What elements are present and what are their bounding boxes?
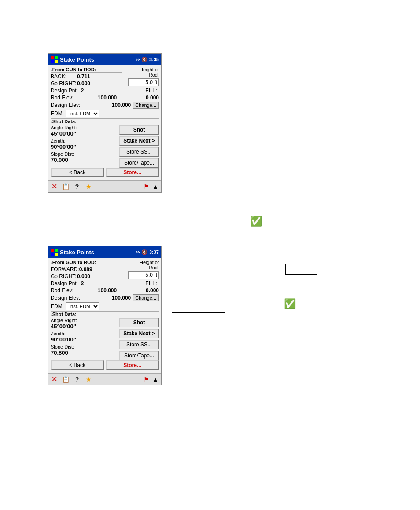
window1-edm-row: EDM: Inst. EDM bbox=[51, 110, 159, 117]
copy-icon-2[interactable]: 📋 bbox=[62, 375, 70, 383]
store-tape-button-2[interactable]: Store/Tape... bbox=[119, 351, 159, 360]
fill-section-2: FILL: bbox=[145, 280, 159, 286]
fill-label: FILL: bbox=[145, 88, 157, 94]
flag-icon-2[interactable]: ⚑ bbox=[142, 375, 150, 383]
rod-elev-value-2: 100.000 bbox=[98, 287, 117, 294]
forward-label: FORWARD: bbox=[51, 266, 79, 272]
design-elev-value: 100.000 bbox=[85, 102, 131, 108]
back-button-2[interactable]: < Back bbox=[51, 360, 104, 370]
arrow-up-icon-2[interactable]: ▲ bbox=[151, 375, 159, 383]
svg-rect-4 bbox=[51, 249, 54, 252]
design-pnt-value: 2 bbox=[81, 88, 84, 94]
annotation-box-1 bbox=[291, 183, 317, 193]
window1-rod-elev-row: Rod Elev: 100.000 0.000 bbox=[51, 95, 159, 101]
change-button-1[interactable]: Change... bbox=[133, 102, 159, 109]
top-underline-annotation bbox=[172, 48, 225, 48]
design-pnt-value-2: 2 bbox=[81, 280, 84, 286]
svg-rect-7 bbox=[55, 253, 58, 256]
design-elev-label: Design Elev: bbox=[51, 102, 84, 108]
angle-right-value-1: 45°00'00" bbox=[51, 130, 118, 137]
close-icon-1[interactable]: ✕ bbox=[50, 183, 58, 191]
flag-icon-1[interactable]: ⚑ bbox=[142, 183, 150, 191]
height-rod-label: Height ofRod: bbox=[124, 67, 159, 77]
stake-next-button-2[interactable]: Stake Next > bbox=[119, 329, 159, 338]
svg-rect-1 bbox=[55, 56, 58, 59]
window1-gun-rod-section: -From GUN to ROD: BACK: 0.711 Go RIGHT: … bbox=[51, 67, 159, 88]
zenith-value-1: 90°00'00" bbox=[51, 143, 118, 150]
window2-left-col: -From GUN to ROD: FORWARD: 0.089 Go RIGH… bbox=[51, 260, 122, 280]
window2-shot-data-inner: Angle Right: 45°00'00" Zenith: 90°00'00"… bbox=[51, 318, 159, 360]
from-gun-to-rod-label: -From GUN to ROD: bbox=[51, 67, 122, 73]
green-check-2: ✅ bbox=[284, 298, 296, 310]
height-rod-label-2: Height ofRod: bbox=[124, 260, 159, 270]
window1-design-elev-row: Design Elev: 100.000 Change... bbox=[51, 102, 159, 109]
close-icon-2[interactable]: ✕ bbox=[50, 375, 58, 383]
bottom-underline-annotation bbox=[172, 312, 225, 313]
window2-shot-data-left: Angle Right: 45°00'00" Zenith: 90°00'00"… bbox=[51, 318, 118, 360]
fill-section: FILL: bbox=[145, 88, 159, 94]
window1-right-col: Height ofRod: bbox=[124, 67, 159, 88]
arrows-icon: ⇔ bbox=[136, 57, 140, 62]
from-gun-to-rod-label-2: -From GUN to ROD: bbox=[51, 260, 122, 265]
back-label: BACK: bbox=[51, 73, 77, 80]
design-pnt-text: Design Pnt: bbox=[51, 88, 78, 94]
edm-select-1[interactable]: Inst. EDM bbox=[66, 110, 99, 117]
goright-label: Go RIGHT: bbox=[51, 81, 77, 87]
window2-design-pnt-row: Design Pnt: 2 FILL: bbox=[51, 280, 159, 286]
shot-button-2[interactable]: Shot bbox=[119, 318, 159, 327]
svg-rect-3 bbox=[55, 60, 58, 63]
svg-rect-0 bbox=[51, 56, 54, 59]
windows-logo-icon bbox=[51, 56, 58, 63]
window1-bottom-buttons: < Back Store... bbox=[51, 168, 159, 177]
design-pnt-label: Design Pnt: 2 bbox=[51, 88, 84, 94]
store-ss-button-1[interactable]: Store SS... bbox=[119, 147, 159, 157]
height-rod-input-2[interactable] bbox=[128, 271, 159, 279]
height-rod-input[interactable] bbox=[128, 78, 159, 86]
shot-button-1[interactable]: Shot bbox=[119, 125, 159, 135]
edm-label-2: EDM: bbox=[51, 303, 64, 309]
design-elev-value-2: 100.000 bbox=[85, 295, 131, 301]
angle-right-label-1: Angle Right: bbox=[51, 125, 118, 130]
edm-select-2[interactable]: Inst. EDM bbox=[66, 302, 99, 310]
green-check-1: ✅ bbox=[250, 216, 262, 227]
star-icon-2[interactable]: ★ bbox=[85, 375, 92, 383]
window1-title-icons: ⇔ 🔇 3:35 bbox=[136, 57, 159, 62]
store-button-2[interactable]: Store... bbox=[106, 360, 159, 370]
fill-value-2: 0.000 bbox=[146, 287, 159, 294]
window1-left-col: -From GUN to ROD: BACK: 0.711 Go RIGHT: … bbox=[51, 67, 122, 88]
goright-label-2: Go RIGHT: bbox=[51, 273, 77, 279]
goright-value: 0.000 bbox=[77, 81, 90, 87]
store-ss-button-2[interactable]: Store SS... bbox=[119, 340, 159, 349]
window2-forward-row: FORWARD: 0.089 bbox=[51, 266, 122, 272]
window1-shot-data-inner: Angle Right: 45°00'00" Zenith: 90°00'00"… bbox=[51, 125, 159, 168]
rod-elev-label-2: Rod Elev: bbox=[51, 287, 74, 294]
change-button-2[interactable]: Change... bbox=[133, 294, 159, 301]
window2: Stake Points ⇔ 🔇 3:37 -From GUN to ROD: … bbox=[48, 246, 162, 385]
svg-rect-5 bbox=[55, 249, 58, 252]
window2-titlebar: Stake Points ⇔ 🔇 3:37 bbox=[48, 246, 161, 258]
store-tape-button-1[interactable]: Store/Tape... bbox=[119, 158, 159, 168]
annotation-box-2 bbox=[285, 264, 317, 275]
shot-data-label-1: -Shot Data: bbox=[51, 119, 159, 124]
slope-dist-value-1: 70.000 bbox=[51, 157, 118, 163]
window2-title: Stake Points bbox=[60, 249, 136, 256]
copy-icon-1[interactable]: 📋 bbox=[62, 183, 70, 191]
star-icon-1[interactable]: ★ bbox=[85, 183, 92, 191]
zenith-label-2: Zenith: bbox=[51, 331, 118, 336]
window2-body: -From GUN to ROD: FORWARD: 0.089 Go RIGH… bbox=[48, 258, 161, 373]
window2-shot-data-right: Shot Stake Next > Store SS... Store/Tape… bbox=[119, 318, 159, 360]
back-button-1[interactable]: < Back bbox=[51, 168, 104, 177]
shot-data-label-2: -Shot Data: bbox=[51, 312, 159, 317]
design-pnt-label-2: Design Pnt: bbox=[51, 280, 78, 286]
svg-rect-6 bbox=[51, 253, 54, 256]
help-icon-2[interactable]: ? bbox=[73, 375, 81, 383]
mute-icon: 🔇 bbox=[141, 57, 147, 62]
page-container: Stake Points ⇔ 🔇 3:35 -From GUN to ROD: … bbox=[0, 0, 420, 510]
help-icon-1[interactable]: ? bbox=[73, 183, 81, 191]
window1-shot-data-section: -Shot Data: Angle Right: 45°00'00" Zenit… bbox=[51, 118, 159, 168]
store-button-1[interactable]: Store... bbox=[106, 168, 159, 177]
slope-dist-label-2: Slope Dist: bbox=[51, 344, 118, 349]
stake-next-button-1[interactable]: Stake Next > bbox=[119, 136, 159, 146]
window2-title-icons: ⇔ 🔇 3:37 bbox=[136, 249, 159, 255]
arrow-up-icon-1[interactable]: ▲ bbox=[151, 183, 159, 191]
